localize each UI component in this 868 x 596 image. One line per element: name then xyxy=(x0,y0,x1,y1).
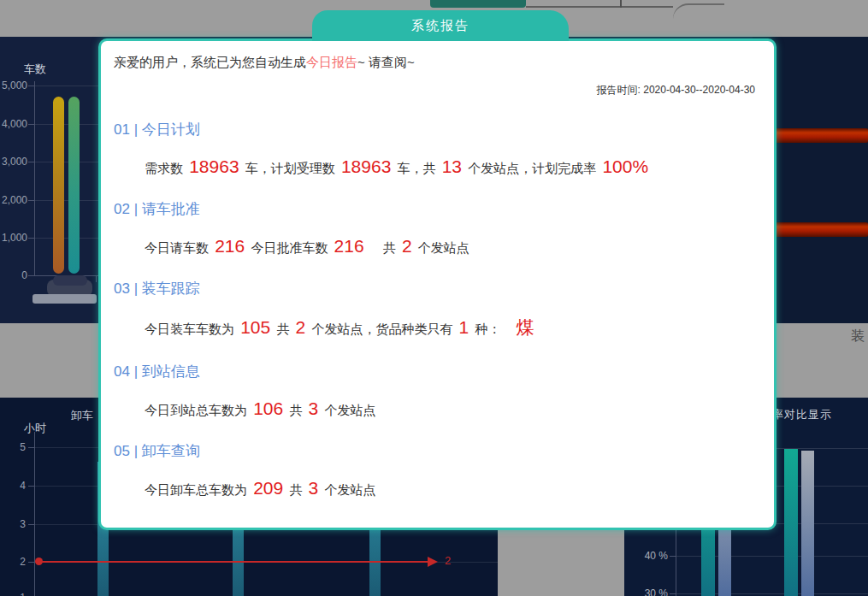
rate-bar-gray[interactable] xyxy=(801,451,814,596)
metric-value: 106 xyxy=(251,398,286,418)
y-tick-mark xyxy=(670,556,676,557)
y-tick-label: 40 % xyxy=(637,550,668,562)
metric-text: 共 xyxy=(286,482,305,497)
section-title[interactable]: 01 | 今日计划 xyxy=(114,120,757,139)
metric-text: 车，计划受理数 xyxy=(242,161,339,175)
greeting-suffix: ~ 请查阅~ xyxy=(357,55,415,69)
hours-axis-title: 小时 xyxy=(24,421,46,436)
metric-text: 种： xyxy=(471,322,513,336)
metric-value: 100% xyxy=(599,156,651,176)
metric-text: 今日装车车数为 xyxy=(145,322,238,336)
report-time: 报告时间: 2020-04-30--2020-04-30 xyxy=(114,83,757,97)
tab-corner-outline xyxy=(673,3,724,29)
car-count-axis-title: 车数 xyxy=(24,62,46,77)
y-axis-line xyxy=(34,432,35,596)
top-tab-pill[interactable] xyxy=(430,0,526,8)
marker-value-label: 2 xyxy=(445,554,451,567)
section-line: 今日装车车数为 105 共 2 个发站点，货品种类只有 1 种： 煤 xyxy=(145,316,757,339)
y-tick-label: 5,000 xyxy=(0,80,27,91)
y-tick-mark xyxy=(28,524,34,525)
chart-base-platform xyxy=(32,294,97,304)
system-report-modal: 亲爱的用户，系统已为您自动生成今日报告~ 请查阅~ 报告时间: 2020-04-… xyxy=(98,38,776,530)
metric-value: 2 xyxy=(399,236,415,256)
metric-text: 个发站点，货品种类只有 xyxy=(308,322,456,336)
modal-tab[interactable]: 系统报告 xyxy=(312,10,569,41)
y-tick-label: 1,000 xyxy=(0,232,27,244)
metric-value: 1 xyxy=(457,317,472,337)
section-title[interactable]: 05 | 卸车查询 xyxy=(114,441,757,461)
report-sections: 01 | 今日计划需求数 18963 车，计划受理数 18963 车，共 13 … xyxy=(114,120,757,499)
rate-compare-title: 率对比显示 xyxy=(772,407,832,422)
metric-value: 18963 xyxy=(339,156,393,176)
metric-text: 今日到站总车数为 xyxy=(145,403,251,417)
y-tick-label: 1 xyxy=(5,592,26,596)
unload-chart-title: 卸车 xyxy=(71,408,93,423)
y-axis-line xyxy=(34,81,35,276)
y-tick-label: 0 xyxy=(0,269,27,281)
greeting-prefix: 亲爱的用户，系统已为您自动生成 xyxy=(114,55,306,69)
y-tick-mark xyxy=(28,447,34,448)
metric-text: 车，共 xyxy=(393,161,439,175)
section-line: 今日到站总车数为 106 共 3 个发站点 xyxy=(145,398,757,419)
marker-dot xyxy=(35,558,43,565)
metric-value: 13 xyxy=(440,156,464,176)
y-tick-label: 5 xyxy=(5,441,26,453)
y-tick-mark xyxy=(670,593,676,594)
chart-base-shadow xyxy=(53,275,87,286)
x-axis-tick xyxy=(96,275,97,282)
metric-value: 105 xyxy=(238,317,273,337)
metric-text: 个发站点 xyxy=(415,240,469,255)
y-tick-label: 4,000 xyxy=(0,118,27,130)
metric-value: 3 xyxy=(306,398,322,418)
metric-text: 今日请车数 xyxy=(145,240,212,255)
metric-value: 2 xyxy=(293,317,309,337)
section-line: 今日卸车总车数为 209 共 3 个发站点 xyxy=(145,478,757,499)
marker-arrowhead-icon xyxy=(428,557,438,567)
metric-text: 共 xyxy=(273,322,292,336)
y-tick-mark xyxy=(28,86,35,86)
rate-bar-teal[interactable] xyxy=(784,449,798,596)
section-line: 今日请车数 216 今日批准车数 216 共 2 个发站点 xyxy=(145,236,757,257)
section-title[interactable]: 04 | 到站信息 xyxy=(114,362,757,381)
greeting-text: 亲爱的用户，系统已为您自动生成今日报告~ 请查阅~ xyxy=(114,55,757,71)
y-tick-mark xyxy=(28,200,35,201)
metric-text: 个发站点 xyxy=(321,482,375,497)
y-tick-label: 4 xyxy=(5,480,26,492)
metric-value: 18963 xyxy=(186,156,241,176)
tab-divider xyxy=(620,0,622,8)
section-line: 需求数 18963 车，计划受理数 18963 车，共 13 个发站点，计划完成… xyxy=(145,156,757,177)
y-tick-mark xyxy=(28,486,34,487)
metric-text: 共 xyxy=(286,403,305,417)
metric-text: 共 xyxy=(367,240,399,255)
y-tick-label: 3,000 xyxy=(0,156,27,168)
y-tick-mark xyxy=(28,238,35,239)
marker-line xyxy=(38,561,429,563)
metric-text: 个发站点 xyxy=(321,403,375,417)
panel-title-fragment: 装 xyxy=(851,328,865,345)
metric-value: 216 xyxy=(332,236,367,256)
section-title[interactable]: 03 | 装车跟踪 xyxy=(114,279,757,298)
section-title[interactable]: 02 | 请车批准 xyxy=(114,199,757,219)
y-tick-label: 3 xyxy=(5,518,26,530)
metric-value: 209 xyxy=(251,478,286,498)
dashboard-screen: 车数 5,000 4,000 3,000 2,000 1,000 0 装 卸车 … xyxy=(0,0,868,596)
metric-value: 煤 xyxy=(513,317,536,337)
metric-value: 216 xyxy=(212,236,247,256)
metric-text: 个发站点，计划完成率 xyxy=(464,161,599,175)
metric-text: 需求数 xyxy=(145,161,186,175)
y-tick-mark xyxy=(28,275,35,276)
y-tick-mark xyxy=(28,124,35,125)
metric-value: 3 xyxy=(306,478,322,498)
y-tick-mark xyxy=(28,562,34,563)
greeting-highlight: 今日报告 xyxy=(306,55,357,69)
y-tick-label: 30 % xyxy=(637,587,668,596)
tab-outline xyxy=(526,0,673,8)
bar-accepted[interactable] xyxy=(68,97,80,274)
y-tick-label: 2,000 xyxy=(0,194,27,206)
y-tick-mark xyxy=(28,162,35,162)
metric-text: 今日卸车总车数为 xyxy=(145,482,251,497)
metric-text: 今日批准车数 xyxy=(247,240,331,255)
bar-demand[interactable] xyxy=(53,97,64,274)
y-tick-label: 2 xyxy=(5,556,26,568)
